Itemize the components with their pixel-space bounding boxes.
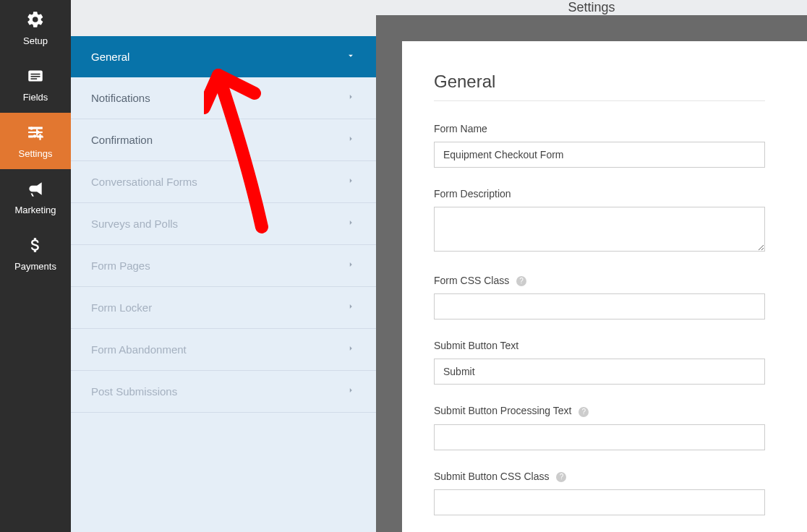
- form-css-class-input[interactable]: [434, 293, 765, 319]
- form-description-label: Form Description: [434, 188, 765, 200]
- chevron-down-icon: [346, 51, 356, 63]
- settings-list: General Notifications Confirmation Conve…: [71, 36, 376, 532]
- settings-item-general[interactable]: General: [71, 36, 376, 77]
- chevron-right-icon: [346, 218, 356, 230]
- list-icon: [26, 66, 45, 87]
- nav-label: Marketing: [14, 205, 56, 215]
- content-wrap: General Form Name Form Description Form …: [376, 15, 807, 532]
- submit-processing-label: Submit Button Processing Text ?: [434, 405, 765, 416]
- help-icon[interactable]: ?: [578, 407, 589, 417]
- submit-processing-input[interactable]: [434, 424, 765, 450]
- submit-text-input[interactable]: [434, 359, 765, 385]
- submit-css-input[interactable]: [434, 489, 765, 515]
- settings-item-form-pages[interactable]: Form Pages: [71, 245, 376, 287]
- dollar-icon: [26, 236, 45, 257]
- sliders-icon: [26, 123, 45, 144]
- settings-item-label: Notifications: [91, 92, 150, 104]
- svg-rect-1: [31, 74, 40, 75]
- nav-sidebar: Setup Fields Settings Marketing Payments: [0, 0, 71, 532]
- settings-item-label: Surveys and Polls: [91, 218, 178, 230]
- form-group-form-css-class: Form CSS Class ?: [434, 275, 765, 319]
- submit-text-label: Submit Button Text: [434, 340, 765, 351]
- form-name-input[interactable]: [434, 142, 765, 168]
- svg-rect-9: [28, 135, 43, 137]
- settings-item-label: General: [91, 51, 129, 63]
- settings-item-surveys-polls[interactable]: Surveys and Polls: [71, 203, 376, 245]
- svg-rect-8: [28, 132, 43, 133]
- chevron-right-icon: [346, 385, 356, 398]
- settings-item-confirmation[interactable]: Confirmation: [71, 119, 376, 161]
- chevron-right-icon: [346, 176, 356, 188]
- form-description-input[interactable]: [434, 207, 765, 252]
- chevron-right-icon: [346, 259, 356, 272]
- gear-icon: [26, 10, 45, 31]
- chevron-right-icon: [346, 134, 356, 146]
- main-area: Settings General Form Name Form Descript…: [376, 0, 807, 532]
- help-icon[interactable]: ?: [516, 276, 526, 286]
- settings-item-label: Form Locker: [91, 301, 152, 314]
- svg-rect-2: [31, 76, 40, 77]
- nav-label: Fields: [23, 92, 48, 103]
- settings-item-label: Conversational Forms: [91, 176, 197, 188]
- page-title: Settings: [568, 0, 615, 15]
- top-bar: Settings: [376, 0, 807, 15]
- settings-item-conversational-forms[interactable]: Conversational Forms: [71, 161, 376, 203]
- settings-item-label: Form Abandonment: [91, 343, 187, 356]
- form-group-form-description: Form Description: [434, 188, 765, 254]
- submit-css-label: Submit Button CSS Class ?: [434, 471, 765, 482]
- form-card: General Form Name Form Description Form …: [402, 41, 807, 532]
- bullhorn-icon: [26, 179, 45, 200]
- form-name-label: Form Name: [434, 123, 765, 134]
- form-group-submit-processing: Submit Button Processing Text ?: [434, 405, 765, 450]
- form-heading: General: [434, 72, 765, 101]
- svg-rect-3: [31, 78, 38, 80]
- form-group-submit-text: Submit Button Text: [434, 340, 765, 385]
- nav-item-payments[interactable]: Payments: [0, 226, 71, 282]
- settings-item-label: Post Submissions: [91, 385, 177, 398]
- form-group-form-name: Form Name: [434, 123, 765, 168]
- nav-item-fields[interactable]: Fields: [0, 56, 71, 113]
- nav-label: Payments: [14, 261, 56, 272]
- form-css-class-label: Form CSS Class ?: [434, 275, 765, 286]
- settings-item-form-locker[interactable]: Form Locker: [71, 287, 376, 329]
- nav-label: Setup: [23, 35, 48, 46]
- form-group-submit-css: Submit Button CSS Class ?: [434, 471, 765, 515]
- settings-item-notifications[interactable]: Notifications: [71, 77, 376, 119]
- chevron-right-icon: [346, 92, 356, 104]
- chevron-right-icon: [346, 343, 356, 356]
- nav-item-settings[interactable]: Settings: [0, 113, 71, 169]
- svg-rect-7: [28, 128, 43, 129]
- settings-item-form-abandonment[interactable]: Form Abandonment: [71, 329, 376, 371]
- settings-item-label: Form Pages: [91, 259, 150, 272]
- settings-item-label: Confirmation: [91, 134, 153, 146]
- settings-item-post-submissions[interactable]: Post Submissions: [71, 371, 376, 413]
- settings-panel-header: [71, 0, 376, 36]
- chevron-right-icon: [346, 301, 356, 314]
- help-icon[interactable]: ?: [556, 472, 566, 482]
- nav-item-marketing[interactable]: Marketing: [0, 169, 71, 226]
- settings-panel: General Notifications Confirmation Conve…: [71, 0, 376, 532]
- nav-item-setup[interactable]: Setup: [0, 0, 71, 56]
- nav-label: Settings: [19, 148, 53, 159]
